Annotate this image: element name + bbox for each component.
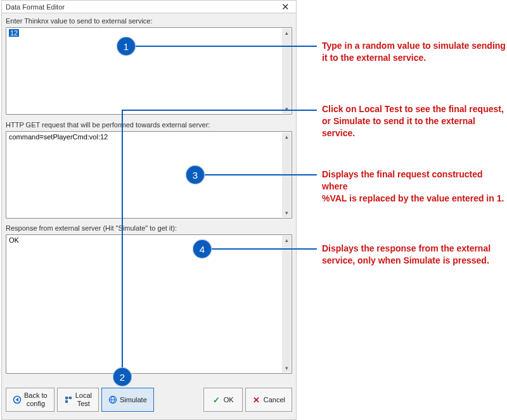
svg-rect-7 (65, 400, 68, 403)
chevron-up-icon[interactable]: ▴ (282, 29, 291, 37)
globe-icon (108, 395, 117, 404)
data-format-editor-dialog: Data Format Editor ✕ Enter Thinknx value… (1, 0, 297, 420)
close-icon: ✕ (252, 395, 261, 404)
local-test-button[interactable]: LocalTest (57, 388, 99, 412)
svg-rect-5 (65, 397, 68, 399)
callout-text-3: Displays the final request constructed w… (322, 169, 507, 205)
label-input-value: Enter Thinknx value to send to external … (6, 17, 153, 25)
chevron-up-icon[interactable]: ▴ (282, 132, 291, 141)
label-response: Response from external server (Hit "Simu… (6, 224, 177, 232)
scrollbar[interactable]: ▴ ▾ (282, 29, 291, 113)
response-text: OK (9, 236, 281, 372)
titlebar: Data Format Editor ✕ (2, 1, 296, 13)
svg-marker-4 (16, 398, 19, 402)
scrollbar[interactable]: ▴ ▾ (282, 236, 291, 372)
request-text: command=setPlayerCmd:vol:12 (9, 133, 281, 217)
check-icon: ✓ (212, 395, 221, 404)
chevron-down-icon[interactable]: ▾ (282, 364, 291, 372)
callout-marker-3: 3 (186, 165, 205, 184)
ok-button[interactable]: ✓ OK (203, 388, 243, 412)
label-request: HTTP GET request that will be performed … (6, 121, 210, 129)
dialog-button-row: Back toconfig LocalTest Simulate ✓ OK ✕ (6, 388, 292, 413)
input-value-textarea[interactable]: 12 ▴ ▾ (6, 27, 292, 115)
callout-text-1: Type in a random value to simulate sendi… (322, 40, 506, 64)
chevron-up-icon[interactable]: ▴ (282, 236, 291, 245)
simulate-button[interactable]: Simulate (101, 388, 154, 412)
callout-marker-4: 4 (193, 239, 212, 258)
chevron-down-icon[interactable]: ▾ (282, 208, 291, 217)
cancel-button[interactable]: ✕ Cancel (245, 388, 292, 412)
callout-text-2: Click on Local Test to see the final req… (322, 103, 507, 139)
request-textarea[interactable]: command=setPlayerCmd:vol:12 ▴ ▾ (6, 131, 292, 219)
back-icon (13, 395, 22, 404)
back-to-config-button[interactable]: Back toconfig (6, 388, 55, 412)
svg-rect-6 (69, 397, 72, 399)
local-test-icon (64, 395, 73, 404)
callout-text-4: Displays the response from the externals… (322, 243, 491, 267)
chevron-down-icon[interactable]: ▾ (282, 105, 291, 113)
callout-marker-1: 1 (117, 37, 136, 56)
response-textarea[interactable]: OK ▴ ▾ (6, 234, 292, 374)
close-icon[interactable]: ✕ (279, 2, 292, 11)
input-value-text: 12 (9, 29, 19, 37)
callout-marker-2: 2 (113, 367, 132, 386)
scrollbar[interactable]: ▴ ▾ (282, 132, 291, 217)
dialog-title: Data Format Editor (6, 3, 65, 11)
